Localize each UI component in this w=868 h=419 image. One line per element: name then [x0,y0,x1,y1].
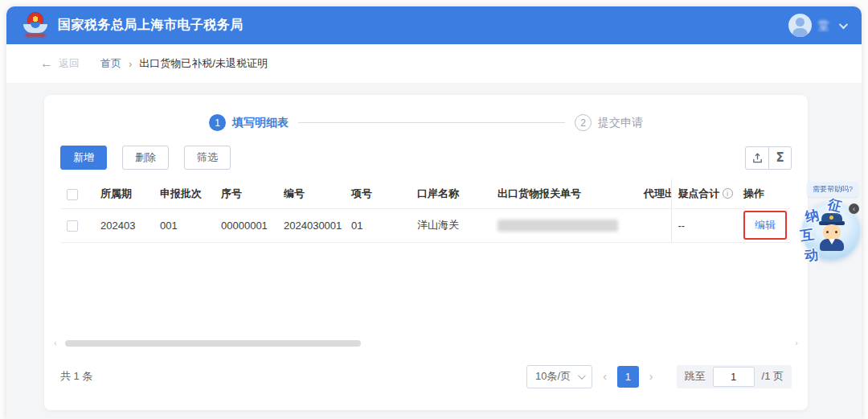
column-header: 序号 [215,179,277,208]
table-empty-space [60,243,792,339]
assistant-badge-char: 互 [799,225,815,245]
total-pages: /1 页 [762,369,784,384]
back-button[interactable]: 返回 [59,56,80,71]
table-footer: 共 1 条 10条/页 ‹ 1 › 跳至 /1 页 [60,365,792,388]
export-icon[interactable] [746,147,768,169]
tax-officer-icon [817,213,846,255]
scrollbar-thumb[interactable] [65,340,361,347]
tax-assistant-widget: 需要帮助吗? 征纳互动 ‹ [799,180,868,270]
info-icon[interactable]: i [723,188,733,199]
site-title: 国家税务总局上海市电子税务局 [58,17,244,34]
column-header: 出口货物报关单号 [491,179,637,208]
total-count: 共 1 条 [60,369,92,384]
page-size-value: 10条/页 [535,369,571,384]
prev-page-button[interactable]: ‹ [603,370,607,383]
cell: 洋山海关 [411,208,491,242]
column-header: 代理出口 [637,179,671,208]
column-header: 所属期 [94,179,154,208]
cell [637,208,671,242]
chevron-down-icon[interactable] [839,19,848,28]
page-1-button[interactable]: 1 [617,366,639,388]
chevron-down-icon [578,372,586,380]
step-connector [298,122,565,123]
top-header-bar: 国家税务总局上海市电子税务局 堂 [6,6,862,44]
pagination: 10条/页 ‹ 1 › 跳至 /1 页 [526,365,792,388]
step-label: 提交申请 [598,116,643,130]
jump-to-page: 跳至 /1 页 [677,365,792,388]
step-2: 2提交申请 [575,114,643,131]
next-page-button[interactable]: › [649,370,653,383]
cell: 01 [345,208,411,242]
assistant-badge-char: 动 [804,245,819,265]
table-row: 20240300100000001202403000101洋山海关--编辑 [60,208,790,242]
scroll-left-icon[interactable]: ‹ [54,338,57,347]
detail-table: 所属期申报批次序号编号项号口岸名称出口货物报关单号代理出口疑点合计i操作 202… [60,179,792,243]
column-header: 口岸名称 [411,179,491,208]
user-avatar[interactable] [788,14,812,37]
horizontal-scrollbar[interactable]: ‹ › [54,339,798,347]
edit-link[interactable]: 编辑 [755,219,776,231]
select-all-checkbox[interactable] [67,189,78,200]
cell: 2024030001 [277,208,345,242]
main-card: 1填写明细表2提交申请 新增 删除 筛选 Σ [44,95,808,410]
username: 堂 [818,18,829,33]
table-tools: Σ [745,146,792,170]
row-checkbox[interactable] [67,220,78,232]
content-area: 1填写明细表2提交申请 新增 删除 筛选 Σ [6,83,862,419]
delete-button[interactable]: 删除 [122,146,169,170]
breadcrumb-current-page: 出口货物已补税/未退税证明 [139,56,268,71]
column-header: 编号 [277,179,345,208]
app-window: 国家税务总局上海市电子税务局 堂 ← 返回 首页 › 出口货物已补税/未退税证明… [6,6,862,419]
jump-page-input[interactable] [713,367,755,387]
step-number: 1 [209,114,226,131]
collapse-assistant-icon[interactable]: ‹ [849,203,859,214]
cell: 编辑 [737,208,790,242]
breadcrumb: ← 返回 首页 › 出口货物已补税/未退税证明 [6,44,862,83]
toolbar: 新增 删除 筛选 Σ [60,146,792,170]
back-arrow-icon[interactable]: ← [40,56,53,71]
column-header: 疑点合计i [671,179,737,208]
jump-label: 跳至 [685,369,706,384]
user-menu[interactable]: 堂 [788,14,845,37]
step-1: 1填写明细表 [209,114,289,131]
sum-icon[interactable]: Σ [768,147,791,169]
add-button[interactable]: 新增 [60,146,107,170]
cell: -- [671,208,737,242]
breadcrumb-separator: › [129,58,132,70]
tax-bureau-logo-icon [23,12,48,39]
masked-declaration-number [497,220,618,232]
red-annotation-box: 编辑 [743,211,787,240]
scroll-right-icon[interactable]: › [795,338,798,347]
cell: 202403 [94,208,154,242]
breadcrumb-home-link[interactable]: 首页 [100,56,121,71]
stepper: 1填写明细表2提交申请 [209,114,643,131]
cell: 001 [154,208,215,242]
column-header: 申报批次 [154,179,215,208]
column-header: 操作 [737,179,790,208]
column-header: 项号 [345,179,411,208]
cell: 00000001 [215,208,277,242]
step-number: 2 [575,114,592,131]
page-size-select[interactable]: 10条/页 [526,365,592,388]
step-label: 填写明细表 [232,116,289,130]
cell [491,208,637,242]
filter-button[interactable]: 筛选 [184,146,231,170]
